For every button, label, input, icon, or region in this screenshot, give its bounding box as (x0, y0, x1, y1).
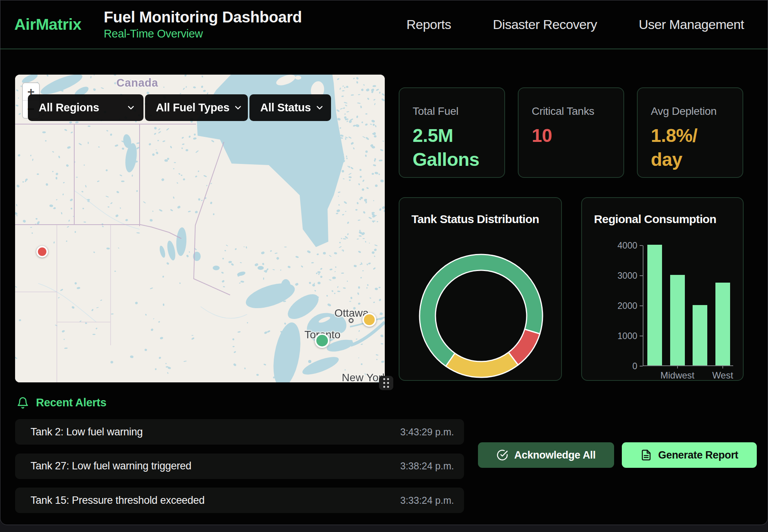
alerts-title: Recent Alerts (36, 396, 106, 409)
y-tick-mark (640, 275, 643, 276)
acknowledge-all-button[interactable]: Acknowledge All (478, 442, 614, 468)
main-nav: ReportsDisaster RecoveryUser Management (406, 17, 744, 32)
chevron-down-icon (315, 103, 324, 113)
filter-label: All Status (260, 101, 311, 114)
y-tick-label: 0 (606, 361, 637, 372)
check-circle-icon (497, 449, 508, 461)
drag-handle-icon[interactable] (379, 376, 393, 390)
y-tick-label: 2000 (606, 301, 637, 311)
map-viewport[interactable]: CanadaOttawaTorontoNew York + − All Regi… (15, 75, 385, 382)
x-tick-mark (722, 366, 723, 368)
filter-all-regions[interactable]: All Regions (28, 94, 143, 121)
y-tick-mark (640, 305, 643, 306)
generate-report-label: Generate Report (658, 449, 738, 461)
brand-logo[interactable]: AirMatrix (14, 15, 81, 34)
y-tick-mark (640, 245, 643, 246)
regional-consumption-bar-chart: 01000200030004000MidwestWest (643, 246, 733, 366)
x-tick-label: Midwest (660, 370, 695, 381)
chevron-down-icon (233, 103, 243, 113)
filter-all-status[interactable]: All Status (249, 94, 331, 121)
stat-value: 1.8%/day (651, 124, 742, 172)
generate-report-button[interactable]: Generate Report (622, 442, 757, 468)
acknowledge-all-label: Acknowledge All (514, 449, 596, 461)
bar-region-1 (647, 245, 662, 365)
filter-all-fuel-types[interactable]: All Fuel Types (145, 94, 248, 121)
stat-card-avg-depletion: Avg Depletion1.8%/day (637, 87, 743, 178)
tank-status-donut-chart (415, 250, 547, 382)
stat-card-critical-tanks: Critical Tanks10 (518, 87, 624, 178)
alert-row: Tank 27: Low fuel warning triggered3:38:… (15, 454, 464, 479)
bar-region-3 (693, 305, 707, 365)
y-tick-label: 1000 (606, 331, 637, 341)
map-panel: CanadaOttawaTorontoNew York + − All Regi… (15, 75, 385, 382)
filter-label: All Regions (39, 101, 99, 114)
bar-midwest (670, 275, 685, 365)
alert-message: Tank 2: Low fuel warning (31, 426, 143, 438)
map-label-new-york: New York (342, 372, 385, 382)
y-tick-label: 4000 (606, 240, 637, 251)
bar-west (715, 283, 730, 366)
nav-disaster-recovery[interactable]: Disaster Recovery (493, 17, 597, 32)
filter-label: All Fuel Types (156, 101, 229, 114)
stat-card-total-fuel: Total Fuel2.5MGallons (399, 87, 505, 178)
stat-label: Total Fuel (413, 105, 504, 118)
tank-status-card: Tank Status Distribution (399, 197, 562, 381)
chevron-down-icon (126, 103, 136, 113)
regional-consumption-title: Regional Consumption (594, 213, 743, 226)
bell-icon (17, 397, 29, 409)
tank-marker-normal[interactable] (315, 333, 329, 348)
x-tick-label: West (712, 370, 733, 381)
alert-timestamp: 3:43:29 p.m. (400, 426, 454, 438)
stat-value: 10 (532, 124, 623, 148)
tank-status-title: Tank Status Distribution (411, 213, 561, 226)
map-label-canada: Canada (116, 77, 158, 89)
tank-marker-critical[interactable] (36, 246, 48, 257)
dashboard-root: AirMatrix Fuel Monitoring Dashboard Real… (0, 0, 768, 525)
alert-timestamp: 3:38:24 p.m. (400, 460, 454, 472)
town-dot-icon (349, 318, 354, 323)
page-subtitle: Real-Time Overview (104, 27, 302, 40)
file-text-icon (640, 449, 652, 461)
alert-message: Tank 15: Pressure threshold exceeded (31, 494, 205, 506)
alert-row: Tank 15: Pressure threshold exceeded3:33… (15, 488, 464, 513)
alert-timestamp: 3:33:24 p.m. (400, 495, 454, 506)
title-block: Fuel Monitoring Dashboard Real-Time Over… (104, 9, 302, 40)
alert-row: Tank 2: Low fuel warning3:43:29 p.m. (15, 419, 464, 445)
y-tick-mark (640, 336, 643, 336)
stat-value: 2.5MGallons (413, 124, 504, 172)
alerts-header: Recent Alerts (17, 396, 106, 409)
page-title: Fuel Monitoring Dashboard (104, 9, 302, 26)
donut-segment-warning (446, 352, 518, 377)
nav-reports[interactable]: Reports (406, 17, 451, 32)
tank-marker-warning[interactable] (362, 313, 376, 327)
map-filter-bar: All RegionsAll Fuel TypesAll Status (28, 94, 331, 121)
x-tick-mark (677, 366, 678, 368)
header: AirMatrix Fuel Monitoring Dashboard Real… (0, 0, 768, 49)
alert-message: Tank 27: Low fuel warning triggered (31, 460, 191, 472)
y-tick-label: 3000 (606, 271, 637, 281)
regional-consumption-card: Regional Consumption 01000200030004000Mi… (581, 197, 744, 381)
nav-user-management[interactable]: User Management (639, 17, 744, 32)
y-tick-mark (640, 366, 643, 367)
stat-label: Avg Depletion (651, 105, 742, 118)
stat-label: Critical Tanks (532, 105, 623, 118)
